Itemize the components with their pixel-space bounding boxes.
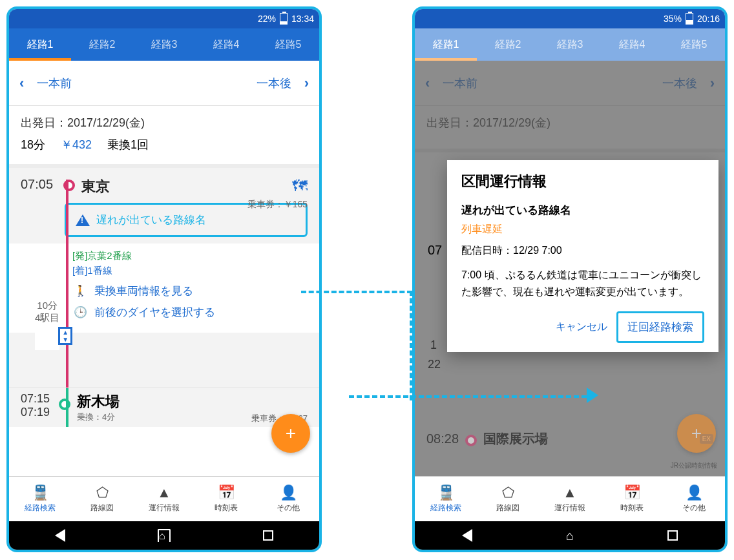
fare-label: ￥432 [61, 137, 92, 152]
warning-icon: ▲ [563, 484, 577, 501]
dialog-title: 区間運行情報 [461, 172, 704, 191]
android-recent-icon[interactable] [263, 530, 273, 541]
partial-22: 22 [428, 358, 441, 371]
map-icon[interactable]: 🗺 [292, 177, 308, 195]
arr-platform: [着]1番線 [72, 265, 308, 277]
schedule-select-link[interactable]: 🕒 前後のダイヤを選択する [72, 305, 308, 320]
status-time: 13:34 [291, 14, 314, 24]
nav-more[interactable]: 👤その他 [257, 477, 319, 521]
android-back-icon[interactable] [55, 529, 65, 542]
nav-traffic-info[interactable]: ▲運行情報 [539, 477, 601, 521]
warning-icon [76, 214, 90, 226]
dep-time: 07:05 [21, 177, 57, 192]
android-home-icon[interactable]: ⌂ [158, 529, 171, 542]
transfers-label: 乗換1回 [107, 137, 149, 152]
flow-arrow-segment [301, 291, 412, 293]
flow-arrow-segment [410, 291, 412, 400]
calendar-icon: 📅 [624, 484, 641, 501]
seg2-station: 新木場 [77, 392, 120, 411]
delay-alert-label: 遅れが出ている路線名 [96, 213, 206, 227]
android-nav-bar: ⌂ [9, 521, 319, 550]
departure-date: 出発日：2017/12/29(金) [21, 115, 308, 130]
dep-platform: [発]京葉2番線 [72, 250, 308, 262]
phone-right: 35% 20:16 経路1 経路2 経路3 経路4 経路5 ‹一本前 一本後› … [412, 6, 728, 552]
tab-route-1[interactable]: 経路1 [9, 28, 71, 61]
seg-station: 国際展示場 [483, 430, 548, 448]
battery-percent: 22% [258, 14, 276, 24]
tab-route-3[interactable]: 経路3 [133, 28, 195, 61]
nav-traffic-info[interactable]: ▲運行情報 [133, 477, 195, 521]
warning-icon: ▲ [157, 484, 171, 501]
phone-left: 22% 13:34 経路1 経路2 経路3 経路4 経路5 ‹一本前 一本後› … [6, 6, 322, 552]
person-icon: 👤 [686, 484, 703, 501]
next-train-button[interactable]: 一本後› [257, 75, 309, 92]
dialog-cancel-button[interactable]: キャンセル [556, 320, 607, 334]
jr-note: JR公認時刻情報 [671, 461, 717, 470]
seg-time: 08:28 [426, 431, 459, 446]
seg2-transfer: 乗換：4分 [77, 411, 120, 423]
tab-route-2[interactable]: 経路2 [477, 28, 539, 61]
arrowhead-icon [587, 388, 598, 403]
person-stairs-icon: 🚶 [72, 284, 88, 298]
prev-next-row: ‹一本前 一本後› [9, 61, 319, 106]
nav-timetable[interactable]: 📅時刻表 [601, 477, 663, 521]
seg2-time1: 07:15 [21, 392, 50, 406]
dialog-status: 列車遅延 [461, 223, 704, 236]
nav-timetable[interactable]: 📅時刻表 [195, 477, 257, 521]
train-icon: 🚆 [32, 484, 49, 501]
ticket-price: 乗車券：￥165 [247, 199, 308, 211]
battery-percent: 35% [664, 14, 682, 24]
train-icon: 🚆 [437, 484, 455, 501]
station-node-icon [465, 435, 477, 446]
tab-route-4[interactable]: 経路4 [195, 28, 257, 61]
plus-icon: + [286, 423, 296, 444]
transfer-car-info-link[interactable]: 🚶 乗換車両情報を見る [72, 284, 308, 298]
prev-train-button[interactable]: ‹一本前 [19, 75, 72, 92]
dialog-reroute-button[interactable]: 迂回経路検索 [616, 311, 704, 343]
status-bar: 22% 13:34 [9, 9, 319, 28]
partial-1: 1 [430, 338, 437, 352]
flow-arrow-segment [349, 395, 594, 398]
android-home-icon[interactable]: ⌂ [566, 528, 574, 543]
battery-icon [686, 13, 693, 25]
nav-route-search[interactable]: 🚆経路検索 [9, 477, 71, 521]
nav-route-map[interactable]: ⬠路線図 [71, 477, 133, 521]
tab-route-4[interactable]: 経路4 [601, 28, 663, 61]
android-nav-bar: ⌂ [415, 521, 725, 550]
partial-time-07: 07 [428, 243, 442, 258]
service-info-dialog: 区間運行情報 遅れが出ている路線名 列車遅延 配信日時：12/29 7:00 7… [447, 160, 718, 352]
fab-add-button[interactable]: + [271, 414, 310, 453]
clock-icon: 🕒 [72, 306, 88, 319]
fab-add-button[interactable]: + [677, 414, 716, 453]
calendar-icon: 📅 [218, 484, 235, 501]
android-recent-icon[interactable] [667, 530, 678, 541]
tab-route-1[interactable]: 経路1 [415, 28, 477, 61]
bottom-nav: 🚆経路検索 ⬠路線図 ▲運行情報 📅時刻表 👤その他 [9, 476, 319, 521]
polygon-icon: ⬠ [502, 484, 514, 501]
tab-route-5[interactable]: 経路5 [257, 28, 319, 61]
nav-route-search[interactable]: 🚆経路検索 [415, 477, 477, 521]
mid-info: 10分 4駅目 ▲▼ [35, 297, 59, 350]
station-name: 東京 [81, 177, 110, 196]
plus-icon: + [691, 423, 702, 444]
dialog-timestamp: 配信日時：12/29 7:00 [461, 244, 704, 258]
tab-route-5[interactable]: 経路5 [663, 28, 725, 61]
chevron-right-icon: › [304, 75, 309, 92]
battery-icon [280, 13, 288, 25]
segment-1: 07:05 東京 🗺 乗車券：￥165 遅れが出ている路線名 10分 4駅目 ▲… [9, 168, 319, 388]
expand-icon[interactable]: ▲▼ [58, 327, 72, 345]
nav-route-map[interactable]: ⬠路線図 [477, 477, 539, 521]
route-summary: 出発日：2017/12/29(金) 18分 ￥432 乗換1回 [9, 106, 319, 168]
tab-route-2[interactable]: 経路2 [71, 28, 133, 61]
android-back-icon[interactable] [462, 529, 472, 542]
dialog-body: 7:00 頃、ぷるるん鉄道は電車にユニコーンが衝突した影響で、現在も遅れや運転変… [461, 267, 704, 300]
chevron-left-icon: ‹ [19, 75, 24, 92]
nav-more[interactable]: 👤その他 [663, 477, 725, 521]
bottom-nav: 🚆経路検索 ⬠路線図 ▲運行情報 📅時刻表 👤その他 [415, 476, 725, 521]
status-time: 20:16 [697, 14, 720, 24]
station-node-icon [59, 399, 70, 410]
seg2-time2: 07:19 [21, 406, 50, 419]
dialog-line-name: 遅れが出ている路線名 [461, 203, 704, 218]
route-tabs: 経路1 経路2 経路3 経路4 経路5 [9, 28, 319, 61]
tab-route-3[interactable]: 経路3 [539, 28, 601, 61]
